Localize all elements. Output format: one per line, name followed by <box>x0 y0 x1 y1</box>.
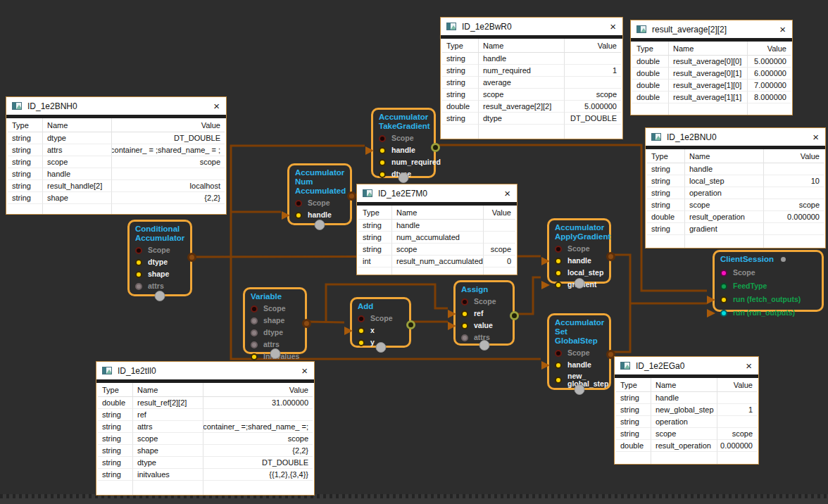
window-titlebar[interactable]: ID_1e2BNU0× <box>646 128 825 146</box>
port-dot-icon[interactable] <box>555 282 562 289</box>
port-dot-icon[interactable] <box>358 315 365 322</box>
port-num-required[interactable]: num_required <box>379 158 431 167</box>
port-dot-icon[interactable] <box>135 271 142 278</box>
node-add[interactable]: AddScopexy <box>350 297 411 348</box>
port-dot-icon[interactable] <box>555 377 562 384</box>
port-run-run-outputs-[interactable]: run (run_outputs) <box>720 308 819 317</box>
node-handle-dot[interactable] <box>479 340 489 351</box>
port-dot-icon[interactable] <box>379 159 386 166</box>
port-handle[interactable]: handle <box>555 360 606 370</box>
port-dot-icon[interactable] <box>251 317 258 325</box>
port-dot-icon[interactable] <box>251 329 258 336</box>
port-value[interactable]: value <box>461 321 510 330</box>
port-dot-icon[interactable] <box>461 322 468 329</box>
node-accumulator-set-global-step[interactable]: AccumulatorSetGlobalStepScopehandlenew_ … <box>547 313 611 390</box>
window-titlebar[interactable]: ID_1e2BwR0× <box>441 18 622 35</box>
port-dot-icon[interactable] <box>251 305 258 313</box>
port-scope[interactable]: Scope <box>295 199 347 208</box>
port-scope[interactable]: Scope <box>720 268 819 277</box>
port-dot-icon[interactable] <box>379 147 386 154</box>
port-dot-icon[interactable] <box>379 171 386 178</box>
port-dot-icon[interactable] <box>135 283 142 290</box>
node-handle-dot[interactable] <box>574 384 584 395</box>
port-dot-icon[interactable] <box>555 362 562 369</box>
node-accumulator-take-gradient[interactable]: AccumulatorTakeGradientScopehandlenum_re… <box>371 108 436 178</box>
port-dot-icon[interactable] <box>555 258 562 265</box>
port-feedtype[interactable]: FeedType <box>720 282 819 291</box>
node-accumulator-apply-gradient[interactable]: AccumulatorApplyGradientScopehandlelocal… <box>547 218 611 284</box>
port-scope[interactable]: Scope <box>251 304 302 313</box>
port-dot-icon[interactable] <box>251 353 258 360</box>
node-handle-dot[interactable] <box>399 172 409 183</box>
port-dot-icon[interactable] <box>295 212 302 219</box>
output-port-dot[interactable] <box>187 253 196 262</box>
node-variable[interactable]: VariableScopeshapedtypeattrsInit values <box>243 287 307 354</box>
output-port-dot[interactable] <box>347 191 356 201</box>
output-port-dot[interactable] <box>302 319 311 328</box>
port-dot-icon[interactable] <box>358 339 365 346</box>
port-dot-icon[interactable] <box>461 334 468 341</box>
table-row: stringdtypeDT_DOUBLE <box>8 132 225 144</box>
port-attrs[interactable]: attrs <box>251 340 302 349</box>
port-dot-icon[interactable] <box>295 200 302 207</box>
port-dot-icon[interactable] <box>555 246 562 253</box>
port-run-fetch-outputs-[interactable]: run (fetch_outputs) <box>720 295 819 304</box>
node-handle-dot[interactable] <box>375 342 386 353</box>
port-scope[interactable]: Scope <box>379 134 431 143</box>
port-dot-icon[interactable] <box>251 341 258 348</box>
output-port-dot[interactable] <box>606 252 615 261</box>
window-titlebar[interactable]: ID_1e2EGa0× <box>615 357 758 374</box>
node-handle-dot[interactable] <box>315 220 325 230</box>
node-handle-dot[interactable] <box>574 278 584 289</box>
port-dot-icon[interactable] <box>720 283 727 290</box>
port-dtype[interactable]: dtype <box>135 258 187 267</box>
node-assign[interactable]: AssignScoperefvalueattrs <box>453 280 515 346</box>
node-handle-dot[interactable] <box>155 291 165 301</box>
node-conditional-accumulator[interactable]: ConditionalAccumulatorScopedtypeshapeatt… <box>127 220 192 296</box>
port-dot-icon[interactable] <box>720 310 727 317</box>
port-dot-icon[interactable] <box>379 135 386 142</box>
port-scope[interactable]: Scope <box>358 314 406 323</box>
port-dot-icon[interactable] <box>135 247 142 254</box>
port-ref[interactable]: ref <box>461 309 510 318</box>
port-dot-icon[interactable] <box>555 350 562 357</box>
close-icon[interactable]: × <box>610 21 616 32</box>
port-scope[interactable]: Scope <box>555 348 606 358</box>
node-handle-dot[interactable] <box>270 348 280 359</box>
port-dot-icon[interactable] <box>720 296 727 303</box>
window-titlebar[interactable]: ID_1e2BNH0× <box>6 97 226 115</box>
node-accumulator-num-accumulated[interactable]: AccumulatorNumAccumulatedScopehandle <box>287 163 352 225</box>
output-port-dot[interactable] <box>510 311 519 320</box>
port-local-step[interactable]: local_step <box>555 268 606 277</box>
close-icon[interactable]: × <box>213 101 220 111</box>
port-attrs[interactable]: attrs <box>135 282 187 291</box>
port-shape[interactable]: shape <box>251 316 302 325</box>
port-dot-icon[interactable] <box>461 310 468 317</box>
close-icon[interactable]: × <box>301 365 308 376</box>
output-port-dot[interactable] <box>406 320 415 329</box>
window-titlebar[interactable]: ID_1e2E7M0× <box>357 184 517 202</box>
close-icon[interactable]: × <box>779 24 786 34</box>
port-x[interactable]: x <box>358 326 406 335</box>
window-titlebar[interactable]: result_average[2][2]× <box>631 20 792 38</box>
port-handle[interactable]: handle <box>555 256 606 265</box>
close-icon[interactable]: × <box>813 132 819 142</box>
port-dot-icon[interactable] <box>720 270 727 277</box>
port-scope[interactable]: Scope <box>135 246 187 255</box>
port-shape[interactable]: shape <box>135 270 187 279</box>
port-handle[interactable]: handle <box>379 146 431 155</box>
port-dot-icon[interactable] <box>358 327 365 334</box>
window-titlebar[interactable]: ID_1e2tIl0× <box>96 362 314 379</box>
port-dot-icon[interactable] <box>555 270 562 277</box>
port-scope[interactable]: Scope <box>555 244 606 253</box>
output-port-dot[interactable] <box>431 143 440 152</box>
node-collapse-dot[interactable] <box>781 257 786 262</box>
node-client-session[interactable]: ClientSessionScopeFeedTyperun (fetch_out… <box>713 250 824 312</box>
port-scope[interactable]: Scope <box>461 297 510 306</box>
port-dtype[interactable]: dtype <box>251 328 302 337</box>
port-dot-icon[interactable] <box>135 259 142 266</box>
close-icon[interactable]: × <box>746 360 752 371</box>
close-icon[interactable]: × <box>504 188 510 199</box>
port-dot-icon[interactable] <box>461 298 468 305</box>
port-handle[interactable]: handle <box>295 210 347 220</box>
